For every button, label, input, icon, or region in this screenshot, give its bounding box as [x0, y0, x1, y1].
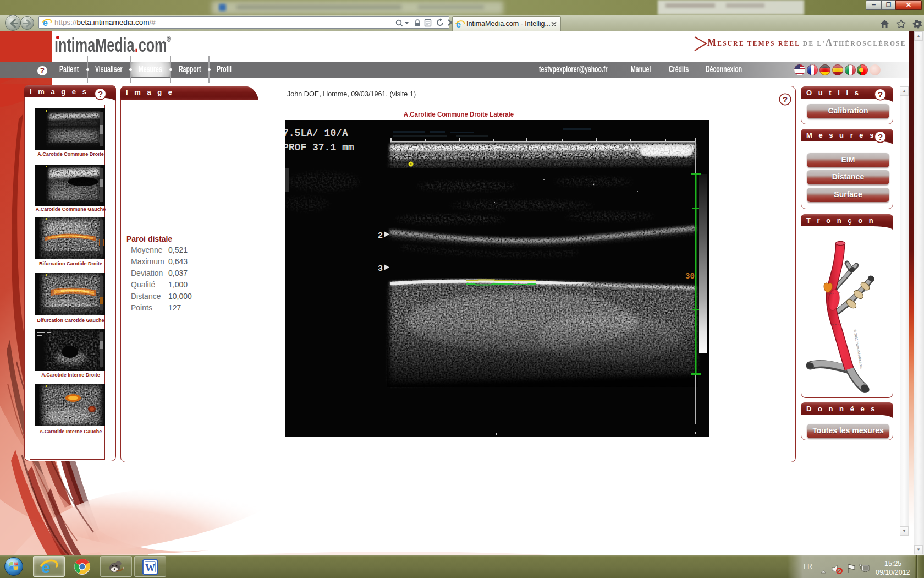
svg-text:PROF 37.1 mm: PROF 37.1 mm [285, 142, 354, 153]
svg-text:2: 2 [378, 231, 383, 241]
svg-text:3: 3 [378, 264, 383, 274]
svg-text:W: W [145, 563, 155, 574]
svg-text:30: 30 [685, 272, 695, 281]
svg-text:© 2011 IntimaMedia.com: © 2011 IntimaMedia.com [853, 329, 864, 369]
svg-text:7.5LA/ 10/A: 7.5LA/ 10/A [285, 128, 348, 139]
